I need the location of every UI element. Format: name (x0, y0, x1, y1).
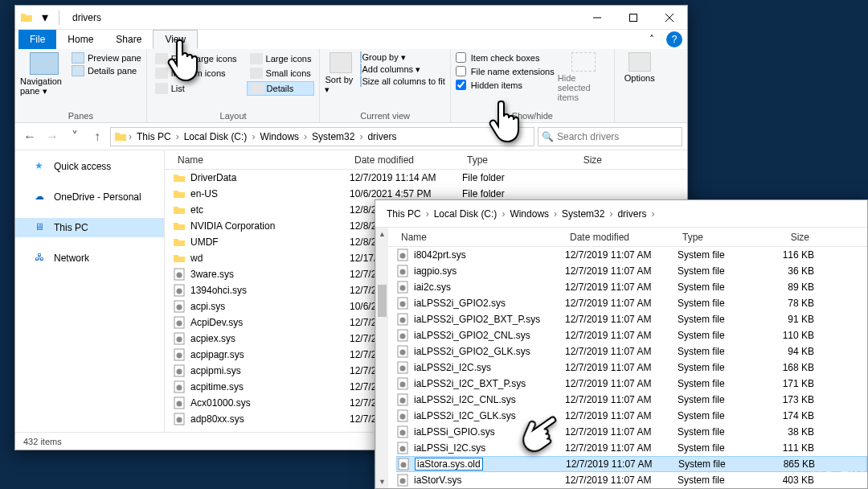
hidden-items-checkbox[interactable]: Hidden items (456, 80, 555, 90)
list-item[interactable]: iaLPSSi_I2C.sys12/7/2019 11:07 AMSystem … (396, 440, 867, 456)
scroll-up-icon[interactable]: ▲ (376, 228, 388, 240)
crumb[interactable]: drivers (614, 208, 649, 220)
list-item[interactable]: i8042prt.sys12/7/2019 11:07 AMSystem fil… (396, 247, 867, 263)
preview-pane-button[interactable]: Preview pane (72, 52, 141, 64)
crumb[interactable]: Local Disk (C:) (431, 208, 501, 220)
crumb[interactable]: System32 (559, 208, 608, 220)
list-item[interactable]: iaLPSS2i_I2C_GLK.sys12/7/2019 11:07 AMSy… (396, 408, 867, 424)
system-file-icon (396, 345, 409, 358)
svg-point-50 (400, 479, 406, 484)
column-headers[interactable]: Name Date modified Type Size (165, 150, 687, 170)
scroll-thumb[interactable] (378, 285, 387, 317)
menu-file[interactable]: File (18, 30, 56, 49)
crumb[interactable]: Windows (506, 208, 552, 220)
svg-point-48 (401, 462, 407, 468)
search-placeholder: Search drivers (557, 131, 619, 142)
list-item[interactable]: iagpio.sys12/7/2019 11:07 AMSystem file3… (396, 263, 867, 279)
file-type: System file (678, 378, 758, 389)
crumb[interactable]: drivers (364, 131, 399, 142)
label: Item check boxes (471, 53, 540, 63)
file-type: System file (678, 330, 758, 341)
scroll-down-icon[interactable]: ▼ (376, 475, 388, 488)
crumb[interactable]: System32 (309, 131, 358, 142)
col-date[interactable]: Date modified (350, 154, 462, 166)
list-item[interactable]: iaLPSS2i_GPIO2_GLK.sys12/7/2019 11:07 AM… (396, 343, 867, 360)
file-date: 12/7/2019 11:07 AM (565, 265, 678, 277)
sidebar-item-this-pc[interactable]: 🖥This PC (15, 218, 164, 237)
help-button[interactable]: ? (666, 31, 682, 47)
col-size[interactable]: Size (542, 154, 607, 166)
minimize-button[interactable] (579, 6, 615, 30)
address-bar: This PC› Local Disk (C:)› Windows› Syste… (375, 200, 867, 228)
ribbon-collapse-icon[interactable]: ˄ (642, 30, 661, 49)
list-item[interactable]: iaLPSS2i_I2C_CNL.sys12/7/2019 11:07 AMSy… (396, 392, 867, 408)
maximize-button[interactable] (615, 6, 651, 30)
up-button[interactable]: ↑ (88, 127, 107, 146)
size-all-columns-button[interactable]: Size all columns to fit (360, 76, 444, 86)
col-name[interactable]: Name (396, 232, 565, 243)
list-body[interactable]: i8042prt.sys12/7/2019 11:07 AMSystem fil… (388, 247, 867, 488)
system-file-icon (173, 348, 186, 361)
list-item[interactable]: iaLPSS2i_GPIO2_CNL.sys12/7/2019 11:07 AM… (396, 327, 867, 343)
crumb[interactable]: Local Disk (C:) (181, 131, 251, 142)
crumb[interactable]: Windows (256, 131, 302, 142)
list-item[interactable]: iai2c.sys12/7/2019 11:07 AMSystem file89… (396, 279, 867, 295)
window-title: drivers (72, 12, 101, 23)
scrollbar[interactable]: ▲ ▼ (375, 228, 388, 488)
list-item[interactable]: iaLPSS2i_GPIO2.sys12/7/2019 11:07 AMSyst… (396, 295, 867, 311)
list-item[interactable]: iaLPSS2i_I2C_BXT_P.sys12/7/2019 11:07 AM… (396, 376, 867, 392)
options-button[interactable]: Options (620, 52, 660, 83)
item-check-boxes-checkbox[interactable]: Item check boxes (456, 52, 555, 63)
list-item[interactable]: iaStorV.sys12/7/2019 11:07 AMSystem file… (396, 472, 867, 488)
list-item[interactable]: iaLPSS2i_I2C.sys12/7/2019 11:07 AMSystem… (396, 360, 867, 376)
breadcrumb[interactable]: This PC› Local Disk (C:)› Windows› Syste… (380, 204, 862, 224)
col-type[interactable]: Type (462, 154, 542, 166)
file-name: acpipagr.sys (190, 349, 244, 360)
details-pane-button[interactable]: Details pane (72, 65, 141, 76)
cursor-pointer-icon (166, 37, 204, 87)
svg-point-6 (177, 305, 182, 310)
back-button[interactable]: ← (20, 127, 39, 146)
close-button[interactable] (651, 6, 687, 30)
search-input[interactable]: 🔍 Search drivers (538, 127, 682, 146)
recent-locations-button[interactable]: ˅ (65, 127, 84, 146)
sidebar-item-quick-access[interactable]: ★Quick access (15, 157, 164, 176)
sort-by-button[interactable]: Sort by ▾ (325, 52, 357, 95)
svg-point-28 (400, 302, 406, 307)
navigation-pane-button[interactable]: Navigation pane ▾ (20, 52, 68, 97)
col-size[interactable]: Size (758, 232, 814, 243)
crumb[interactable]: This PC (133, 131, 174, 142)
layout-small-icons[interactable]: Small icons (247, 67, 315, 80)
crumb[interactable]: This PC (383, 208, 424, 220)
titlebar[interactable]: ▾ drivers (15, 6, 687, 30)
col-name[interactable]: Name (173, 154, 350, 166)
qat-dropdown[interactable]: ▾ (36, 9, 54, 27)
list-item[interactable]: iaStora.sys.old12/7/2019 11:07 AMSystem … (396, 456, 867, 472)
file-name: en-US (190, 188, 218, 199)
sidebar-item-network[interactable]: 🖧Network (15, 249, 164, 268)
menu-share[interactable]: Share (104, 30, 153, 49)
group-by-button[interactable]: Group by ▾ (360, 52, 444, 63)
file-type: System file (678, 362, 758, 373)
col-type[interactable]: Type (678, 232, 758, 243)
list-item[interactable]: iaLPSS2i_GPIO2_BXT_P.sys12/7/2019 11:07 … (396, 311, 867, 327)
file-name-extensions-checkbox[interactable]: File name extensions (456, 66, 555, 76)
svg-point-12 (177, 353, 182, 359)
col-date[interactable]: Date modified (565, 232, 678, 243)
file-name: iaStora.sys.old (415, 458, 483, 471)
layout-details[interactable]: Details (247, 81, 315, 96)
layout-large-icons[interactable]: Large icons (247, 52, 315, 65)
list-item[interactable]: iaLPSSi_GPIO.sys12/7/2019 11:07 AMSystem… (396, 424, 867, 440)
breadcrumb[interactable]: › This PC› Local Disk (C:)› Windows› Sys… (110, 127, 534, 146)
file-name: iaLPSS2i_I2C_GLK.sys (414, 410, 516, 421)
menu-home[interactable]: Home (56, 30, 104, 49)
list-item[interactable]: DriverData12/7/2019 11:14 AMFile folder (173, 170, 687, 186)
file-name: iaLPSS2i_I2C_CNL.sys (414, 394, 516, 405)
column-headers[interactable]: Name Date modified Type Size (388, 228, 867, 247)
label: Hidden items (471, 80, 522, 90)
file-date: 12/7/2019 11:14 AM (350, 172, 462, 183)
hide-selected-items-button[interactable]: Hide selected items (558, 52, 609, 102)
sidebar-item-onedrive[interactable]: ☁OneDrive - Personal (15, 187, 164, 207)
forward-button[interactable]: → (43, 127, 62, 146)
add-columns-button[interactable]: Add columns ▾ (360, 64, 444, 75)
